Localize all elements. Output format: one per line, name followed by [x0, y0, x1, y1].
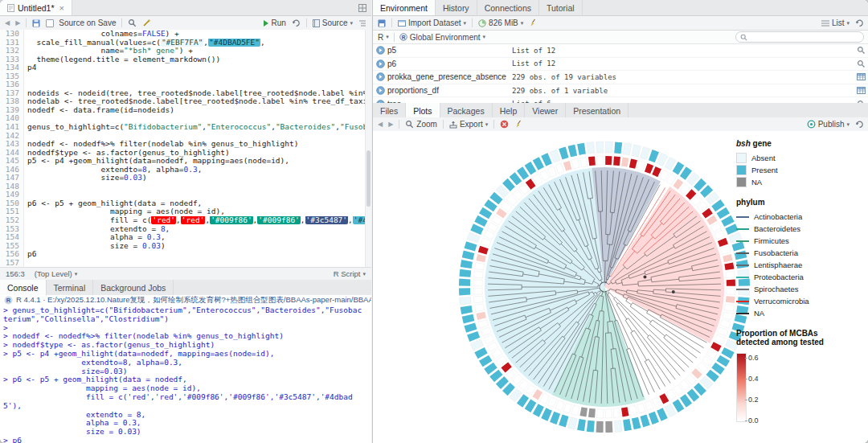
- code-line[interactable]: 137nodeids <- nodeid(tree, tree_rooted$n…: [0, 89, 371, 98]
- source-console-column: Untitled1* × ◀ ▶ Source on Save: [0, 0, 371, 443]
- source-on-save-checkbox[interactable]: Source on Save: [46, 18, 116, 27]
- tab-environment[interactable]: Environment: [373, 0, 436, 15]
- code-line[interactable]: 143nodedf <- nodedf%>% filter(nodelab %i…: [0, 140, 371, 149]
- environment-selector[interactable]: R Global Environment ▾: [399, 33, 485, 42]
- tab-files[interactable]: Files: [373, 103, 406, 118]
- rerun-icon[interactable]: [292, 18, 301, 27]
- refresh-icon[interactable]: [855, 18, 864, 27]
- editor-scrollbar[interactable]: [365, 30, 371, 267]
- refresh-plot-icon[interactable]: [855, 120, 864, 129]
- run-button[interactable]: Run: [264, 18, 285, 27]
- checkbox-icon[interactable]: [46, 19, 54, 27]
- view-mode-selector[interactable]: List ▾: [821, 18, 850, 27]
- tab-console[interactable]: Console: [0, 280, 47, 295]
- tab-presentation[interactable]: Presentation: [566, 103, 628, 118]
- code-line[interactable]: 136: [0, 80, 371, 89]
- code-line[interactable]: 138nodelab <- tree_rooted$node.label[tre…: [0, 97, 371, 106]
- code-line[interactable]: 131 scale_fill_manual(values=c("#EBF7FA"…: [0, 39, 371, 47]
- expand-object-icon[interactable]: [376, 86, 387, 95]
- zoom-button[interactable]: Zoom: [405, 120, 437, 129]
- code-line[interactable]: 148: [0, 183, 371, 191]
- pane-layout-icon[interactable]: [354, 0, 371, 15]
- code-line[interactable]: 152 fill = c('red','red','#009f86','#009…: [0, 216, 371, 225]
- expand-object-icon[interactable]: [376, 72, 387, 81]
- code-line[interactable]: 146 extendto=8, alpha=0.3,: [0, 166, 371, 174]
- tab-connections[interactable]: Connections: [477, 0, 539, 15]
- tab-tutorial[interactable]: Tutorial: [539, 0, 583, 15]
- scrollbar-thumb[interactable]: [366, 150, 371, 207]
- tab-background-jobs[interactable]: Background Jobs: [93, 280, 174, 295]
- expand-object-icon[interactable]: [376, 59, 387, 68]
- legend-line-swatch: [736, 301, 749, 302]
- language-selector[interactable]: R ▾: [378, 33, 389, 42]
- tab-packages[interactable]: Packages: [440, 103, 493, 118]
- publish-button[interactable]: Publish ▾: [807, 120, 850, 129]
- tab-plots[interactable]: Plots: [406, 103, 440, 118]
- code-line[interactable]: 142: [0, 132, 371, 141]
- back-icon[interactable]: ◀: [5, 19, 10, 27]
- source-button[interactable]: Source ▾: [313, 18, 353, 27]
- remove-plot-icon[interactable]: [500, 120, 509, 129]
- previous-plot-icon[interactable]: ◀: [378, 121, 383, 128]
- code-tools-wand-icon[interactable]: [142, 18, 151, 27]
- search-icon[interactable]: [128, 18, 137, 27]
- code-line[interactable]: 134p4: [0, 64, 371, 72]
- save-icon[interactable]: [32, 19, 40, 27]
- load-workspace-icon[interactable]: [378, 19, 386, 27]
- inspect-object-icon[interactable]: [853, 46, 866, 55]
- code-line[interactable]: 141genus_to_highlight=c("Bifidobacterium…: [0, 123, 371, 132]
- code-line[interactable]: 149: [0, 191, 371, 199]
- code-line[interactable]: 135: [0, 72, 371, 81]
- console-output[interactable]: > genus_to_highlight=c("Bifidobacterium"…: [3, 306, 364, 443]
- r-script-icon: [7, 4, 14, 12]
- code-editor[interactable]: 130 colnames=FALSE) +131 scale_fill_manu…: [0, 30, 371, 267]
- console-banner: R R 4.4.1 · E:/xy/2025.12.10.Nature复现，如何…: [0, 295, 371, 306]
- env-row-p5[interactable]: p5List of 12: [373, 44, 868, 58]
- document-outline-icon[interactable]: [358, 19, 366, 27]
- clear-environment-broom-icon[interactable]: [529, 18, 538, 27]
- code-line[interactable]: 132 name="*bsh* gene") +: [0, 47, 371, 55]
- code-line[interactable]: 147 size=0.03): [0, 174, 371, 183]
- expand-object-icon[interactable]: [376, 46, 387, 55]
- code-line[interactable]: 140: [0, 114, 371, 123]
- r-logo-icon[interactable]: R: [4, 296, 13, 305]
- variable-name: proportions_df: [387, 86, 512, 95]
- env-row-proportions_df[interactable]: proportions_df229 obs. of 1 variable: [373, 84, 868, 98]
- code-line[interactable]: 156p6: [0, 250, 371, 259]
- code-line[interactable]: 151 mapping = aes(node = id),: [0, 207, 371, 216]
- forward-icon[interactable]: ▶: [15, 19, 20, 27]
- code-line[interactable]: 139nodedf <- data.frame(id=nodeids): [0, 106, 371, 115]
- view-table-icon[interactable]: [853, 72, 866, 81]
- publish-icon: [807, 120, 816, 129]
- env-row-prokka_gene_presence_absence[interactable]: prokka_gene_presence_absence229 obs. of …: [373, 71, 868, 84]
- code-line[interactable]: 145p5 <- p4 +geom_hilight(data=nodedf, m…: [0, 157, 371, 166]
- code-line[interactable]: 155 size = 0.03): [0, 242, 371, 251]
- environment-search-input[interactable]: [735, 31, 864, 43]
- env-row-p6[interactable]: p6List of 12: [373, 58, 868, 72]
- inspect-object-icon[interactable]: [853, 59, 866, 68]
- code-line[interactable]: 133 theme(legend.title = element_markdow…: [0, 55, 371, 64]
- clear-plots-broom-icon[interactable]: [514, 120, 523, 129]
- code-line[interactable]: 130 colnames=FALSE) +: [0, 30, 371, 39]
- tab-viewer[interactable]: Viewer: [525, 103, 566, 118]
- console-working-directory[interactable]: R 4.4.1 · E:/xy/2025.12.10.Nature复现，如何绘制…: [16, 295, 371, 306]
- code-line[interactable]: 154 alpha = 0.3,: [0, 233, 371, 242]
- file-type-selector[interactable]: R Script ▾: [334, 269, 366, 278]
- next-plot-icon[interactable]: ▶: [388, 121, 393, 128]
- code-line[interactable]: 153 extendto = 8,: [0, 225, 371, 234]
- import-dataset-button[interactable]: Import Dataset ▾: [398, 18, 466, 27]
- code-line[interactable]: 157: [0, 259, 371, 267]
- memory-usage-indicator[interactable]: 826 MiB ▾: [478, 18, 523, 27]
- code-line[interactable]: 144nodedf$type <- as.factor(genus_to_hig…: [0, 149, 371, 158]
- close-tab-icon[interactable]: ×: [59, 3, 64, 13]
- export-button[interactable]: Export ▾: [449, 120, 488, 129]
- zoom-magnifier-icon: [405, 120, 414, 129]
- code-line[interactable]: 150p6 <- p5 + geom_hilight(data = nodedf…: [0, 199, 371, 208]
- tab-terminal[interactable]: Terminal: [47, 280, 94, 295]
- tab-help[interactable]: Help: [493, 103, 526, 118]
- legend-phylum-item: Lentisphaerae: [736, 259, 866, 271]
- source-tab-untitled1[interactable]: Untitled1* ×: [0, 0, 72, 15]
- scope-selector[interactable]: (Top Level) ▾: [35, 269, 78, 278]
- tab-history[interactable]: History: [436, 0, 477, 15]
- view-table-icon[interactable]: [853, 86, 866, 95]
